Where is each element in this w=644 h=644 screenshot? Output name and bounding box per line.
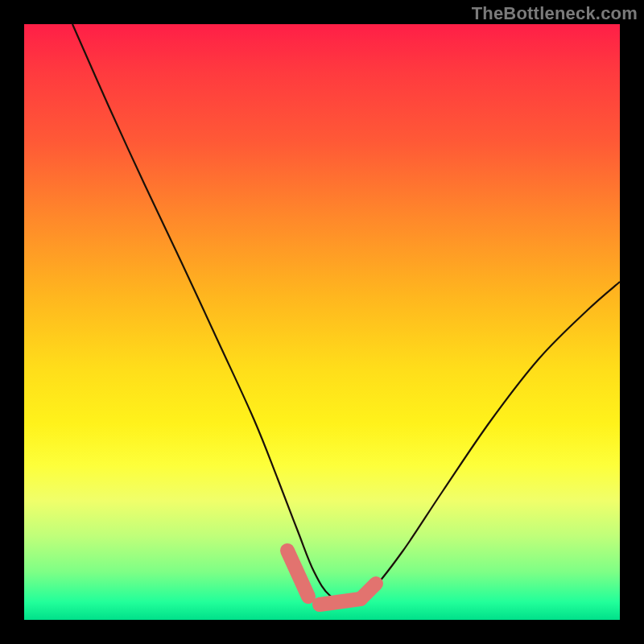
chart-canvas: TheBottleneck.com xyxy=(0,0,644,644)
trough-markers xyxy=(287,551,376,605)
plot-area xyxy=(24,24,620,620)
bottleneck-curve xyxy=(72,24,620,602)
watermark-text: TheBottleneck.com xyxy=(472,3,638,24)
right-lobe-trough xyxy=(361,584,376,599)
curve-layer xyxy=(24,24,620,620)
left-lobe-trough xyxy=(287,551,308,597)
